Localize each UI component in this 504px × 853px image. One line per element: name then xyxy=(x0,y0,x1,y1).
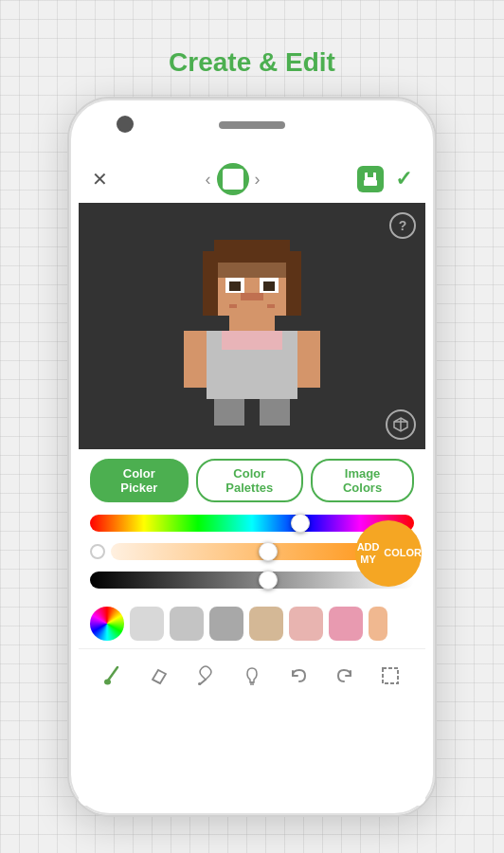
svg-rect-20 xyxy=(229,316,275,331)
phone-camera xyxy=(117,116,134,133)
saturation-slider-thumb[interactable] xyxy=(259,542,278,561)
select-tool[interactable] xyxy=(373,659,407,693)
undo-tool[interactable] xyxy=(281,659,315,693)
prev-arrow-icon[interactable]: ‹ xyxy=(206,170,211,190)
page-title: Create & Edit xyxy=(169,47,335,78)
svg-rect-28 xyxy=(286,297,301,316)
phone-screen: ✕ ‹ › ✓ ? xyxy=(79,155,425,806)
tab-color-palettes[interactable]: Color Palettes xyxy=(196,459,304,502)
color-wheel-button[interactable] xyxy=(90,607,124,641)
toolbar-right: ✓ xyxy=(357,166,412,192)
svg-point-33 xyxy=(198,682,201,685)
close-button[interactable]: ✕ xyxy=(92,168,108,191)
svg-rect-23 xyxy=(184,331,207,388)
swatch-6[interactable] xyxy=(369,607,387,641)
saturation-small-circle xyxy=(90,544,105,559)
add-color-button[interactable]: ADD MY COLOR xyxy=(355,520,422,587)
svg-rect-19 xyxy=(218,308,286,316)
swatch-5[interactable] xyxy=(329,607,363,641)
toolbar-center: ‹ › xyxy=(206,163,261,195)
tabs-row: Color Picker Color Palettes Image Colors xyxy=(79,449,425,508)
brightness-slider-thumb[interactable] xyxy=(259,571,278,590)
svg-rect-14 xyxy=(229,281,241,291)
add-color-line2: COLOR xyxy=(384,547,422,559)
svg-rect-9 xyxy=(286,251,301,297)
svg-rect-2 xyxy=(364,180,377,186)
phone-frame: ✕ ‹ › ✓ ? xyxy=(67,97,437,817)
svg-rect-24 xyxy=(297,331,320,388)
swatch-2[interactable] xyxy=(209,607,243,641)
svg-rect-7 xyxy=(214,240,290,263)
confirm-button[interactable]: ✓ xyxy=(395,167,412,191)
save-icon[interactable] xyxy=(357,166,384,192)
svg-rect-27 xyxy=(203,297,218,316)
svg-rect-16 xyxy=(241,293,263,300)
svg-rect-15 xyxy=(263,281,275,291)
svg-line-31 xyxy=(153,680,160,683)
cube-button[interactable] xyxy=(386,409,416,440)
svg-rect-1 xyxy=(368,172,373,177)
svg-line-29 xyxy=(108,667,117,681)
swatch-3[interactable] xyxy=(249,607,283,641)
help-button[interactable]: ? xyxy=(389,212,416,239)
hue-slider-thumb[interactable] xyxy=(291,514,310,533)
swatch-4[interactable] xyxy=(289,607,323,641)
toolbar: ✕ ‹ › ✓ xyxy=(79,155,425,203)
eyedropper-tool[interactable] xyxy=(189,659,223,693)
svg-rect-25 xyxy=(214,399,244,426)
svg-rect-36 xyxy=(383,668,398,683)
svg-point-30 xyxy=(104,680,111,685)
svg-rect-8 xyxy=(203,251,218,297)
character-container xyxy=(176,236,328,416)
redo-tool[interactable] xyxy=(328,659,362,693)
svg-rect-26 xyxy=(260,399,290,426)
eraser-tool[interactable] xyxy=(142,659,176,693)
add-color-line1: ADD MY xyxy=(355,541,381,566)
svg-rect-22 xyxy=(222,331,282,350)
phone-speaker xyxy=(219,121,285,129)
canvas-area: ? xyxy=(79,203,425,449)
lightbulb-tool[interactable] xyxy=(235,659,269,693)
avatar xyxy=(217,163,249,195)
sliders-container: ADD MY COLOR xyxy=(79,508,425,599)
tab-image-colors[interactable]: Image Colors xyxy=(311,459,414,502)
next-arrow-icon[interactable]: › xyxy=(255,170,261,190)
svg-rect-11 xyxy=(218,263,286,278)
paintbrush-tool[interactable] xyxy=(96,659,130,693)
swatches-row xyxy=(79,599,425,648)
tab-color-picker[interactable]: Color Picker xyxy=(90,459,189,502)
tools-row xyxy=(79,648,425,702)
swatch-1[interactable] xyxy=(170,607,204,641)
swatch-0[interactable] xyxy=(130,607,164,641)
page-title-area: Create & Edit xyxy=(169,0,335,97)
avatar-icon xyxy=(223,169,243,190)
